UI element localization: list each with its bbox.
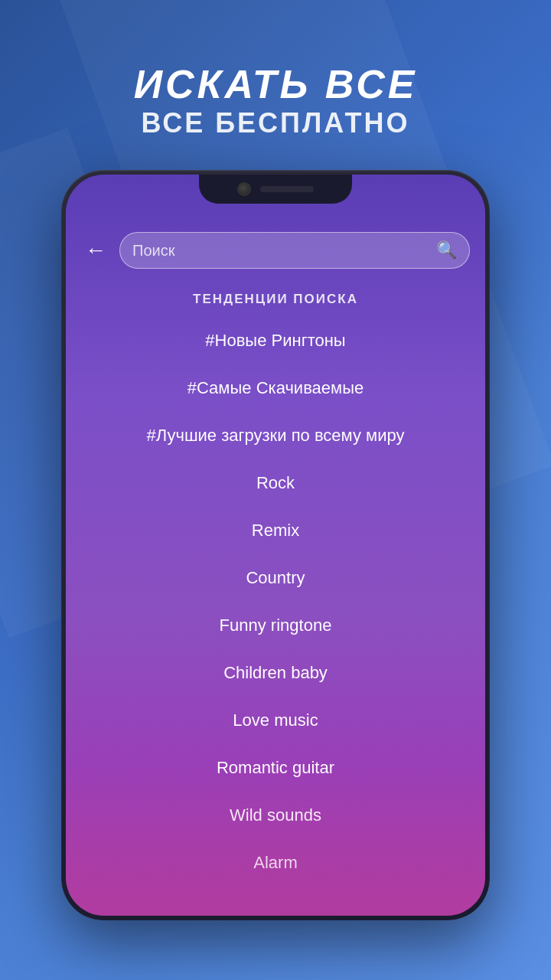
search-trend-item[interactable]: Romantic guitar: [66, 744, 485, 792]
search-trend-item[interactable]: Country: [66, 554, 485, 602]
speaker-grille: [260, 186, 314, 192]
search-trend-item[interactable]: #Новые Рингтоны: [66, 317, 485, 364]
search-trend-item[interactable]: Alarm: [66, 839, 485, 887]
search-trend-item[interactable]: Remix: [66, 507, 485, 554]
search-input[interactable]: Поиск: [132, 242, 429, 260]
header-line1: ИСКАТЬ ВСЕ: [134, 61, 418, 107]
header-line2: ВСЕ БЕСПЛАТНО: [134, 107, 418, 139]
search-icon[interactable]: 🔍: [436, 240, 457, 260]
search-trend-item[interactable]: #Лучшие загрузки по всему миру: [66, 412, 485, 459]
search-trend-item[interactable]: Funny ringtone: [66, 602, 485, 649]
search-bar: ← Поиск 🔍: [81, 232, 470, 269]
search-trend-item[interactable]: Rock: [66, 459, 485, 507]
search-trend-item[interactable]: #Самые Скачиваемые: [66, 364, 485, 412]
phone-content: ← Поиск 🔍 ТЕНДЕНЦИИ ПОИСКА #Новые Рингто…: [66, 175, 485, 916]
phone-screen: ← Поиск 🔍 ТЕНДЕНЦИИ ПОИСКА #Новые Рингто…: [66, 175, 485, 916]
front-camera: [237, 182, 251, 196]
phone-mockup: ← Поиск 🔍 ТЕНДЕНЦИИ ПОИСКА #Новые Рингто…: [61, 170, 490, 920]
phone-outer-frame: ← Поиск 🔍 ТЕНДЕНЦИИ ПОИСКА #Новые Рингто…: [61, 170, 490, 920]
search-trends-list: #Новые Рингтоны#Самые Скачиваемые#Лучшие…: [66, 317, 485, 887]
phone-notch: [199, 175, 352, 204]
search-trend-item[interactable]: Love music: [66, 697, 485, 744]
trends-label: ТЕНДЕНЦИИ ПОИСКА: [66, 292, 485, 307]
back-button[interactable]: ←: [81, 234, 110, 266]
search-trend-item[interactable]: Children baby: [66, 649, 485, 697]
header-section: ИСКАТЬ ВСЕ ВСЕ БЕСПЛАТНО: [134, 61, 418, 139]
search-input-wrapper[interactable]: Поиск 🔍: [119, 232, 470, 269]
search-trend-item[interactable]: Wild sounds: [66, 792, 485, 839]
